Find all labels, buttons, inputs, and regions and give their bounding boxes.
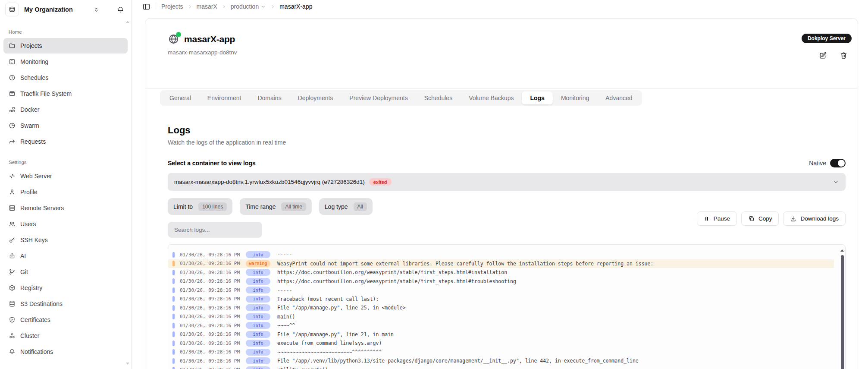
log-row: 01/30/26, 09:28:16 PM info ~~~~~~~~~~~~~…	[168, 348, 834, 357]
sidebar-item-label: Certificates	[20, 316, 50, 323]
app-root: My Organization Home Projects Monitoring…	[0, 0, 868, 369]
limit-filter-button[interactable]: Limit to 100 lines	[168, 198, 232, 215]
filter-value-chip: All	[354, 202, 367, 211]
sidebar-item-s3-destinations[interactable]: S3 Destinations	[3, 296, 128, 312]
sidebar-item-cluster[interactable]: Cluster	[3, 328, 128, 344]
tab-volume-backups[interactable]: Volume Backups	[461, 91, 522, 104]
sidebar-item-schedules[interactable]: Schedules	[3, 70, 128, 85]
dokploy-logo-icon	[8, 6, 16, 13]
log-scrollbar[interactable]	[841, 255, 844, 369]
log-level-badge: warning	[246, 260, 270, 267]
edit-app-button[interactable]	[819, 51, 827, 60]
org-name: My Organization	[24, 6, 73, 13]
breadcrumb-project[interactable]: masarX	[197, 3, 217, 10]
breadcrumb-projects[interactable]: Projects	[161, 3, 183, 10]
tab-domains[interactable]: Domains	[249, 91, 289, 104]
card-header: masarX-app masarx-masarxapp-do8tnv Dokpl…	[145, 19, 858, 89]
sidebar-item-users[interactable]: Users	[3, 216, 128, 232]
tab-advanced[interactable]: Advanced	[597, 91, 640, 104]
sidebar-scroll-down-arrow[interactable]	[126, 363, 129, 365]
sidebar-item-monitoring[interactable]: Monitoring	[3, 54, 128, 69]
sidebar-scroll-up-arrow[interactable]	[126, 21, 129, 23]
server-icon	[9, 205, 16, 211]
filter-label: Log type	[325, 203, 348, 210]
log-level-bar	[172, 341, 175, 346]
users-icon	[9, 221, 16, 227]
tab-schedules[interactable]: Schedules	[416, 91, 461, 104]
filter-value-chip: All time	[281, 202, 306, 211]
log-level-badge: info	[246, 331, 270, 338]
sidebar-toggle-button[interactable]	[142, 3, 150, 11]
log-message: -----	[277, 287, 292, 293]
log-row: 01/30/26, 09:28:16 PM info -----	[168, 250, 834, 259]
sidebar-item-git[interactable]: Git	[3, 264, 128, 280]
sidebar-item-web-server[interactable]: Web Server	[3, 168, 128, 184]
container-status-badge: exited	[369, 178, 392, 186]
sidebar-item-certificates[interactable]: Certificates	[3, 312, 128, 328]
org-selector[interactable]: My Organization	[0, 0, 131, 19]
notifications-bell-button[interactable]	[117, 6, 124, 13]
sidebar-item-swarm[interactable]: Swarm	[3, 118, 128, 133]
tab-deployments[interactable]: Deployments	[290, 91, 342, 104]
sidebar: My Organization Home Projects Monitoring…	[0, 0, 132, 369]
bell-icon	[9, 348, 16, 355]
org-logo	[5, 3, 19, 16]
sidebar-item-notifications[interactable]: Notifications	[3, 344, 128, 360]
tab-general[interactable]: General	[161, 91, 199, 104]
log-level-badge: info	[246, 296, 270, 303]
monitoring-icon	[9, 58, 16, 65]
time-range-filter-button[interactable]: Time range All time	[240, 198, 312, 215]
log-row: 01/30/26, 09:28:16 PM info -----	[168, 286, 834, 295]
sidebar-item-registry[interactable]: Registry	[3, 280, 128, 296]
sidebar-item-label: Projects	[20, 42, 42, 49]
log-level-bar	[172, 314, 175, 319]
sidebar-item-ai[interactable]: AI	[3, 248, 128, 264]
tab-preview-deployments[interactable]: Preview Deployments	[341, 91, 416, 104]
copy-logs-button[interactable]: Copy	[741, 211, 779, 226]
sidebar-item-profile[interactable]: Profile	[3, 184, 128, 200]
log-message: File "/app/manage.py", line 21, in main	[277, 331, 394, 337]
log-row: 01/30/26, 09:28:16 PM info File "/app/.v…	[168, 356, 834, 366]
log-level-badge: info	[246, 313, 270, 320]
sidebar-section-settings: Settings	[9, 160, 128, 165]
log-row: 01/30/26, 09:28:16 PM info ~~~~^^	[168, 321, 834, 330]
log-level-bar	[172, 305, 175, 311]
log-level-bar	[172, 296, 175, 302]
log-message: -----	[277, 252, 292, 258]
main-area: Projects masarX production masarX-app	[132, 0, 868, 369]
chevrons-up-down-icon[interactable]	[93, 6, 100, 13]
log-level-bar	[172, 261, 175, 266]
sidebar-item-ssh-keys[interactable]: SSH Keys	[3, 232, 128, 248]
tab-monitoring[interactable]: Monitoring	[553, 91, 597, 104]
sidebar-item-label: Users	[20, 221, 36, 227]
blocks-icon	[9, 106, 16, 113]
edit-pencil-icon	[819, 51, 827, 60]
container-select[interactable]: masarx-masarxapp-do8tnv.1.yrwlux5xkuzb01…	[168, 173, 846, 191]
tab-logs[interactable]: Logs	[522, 91, 552, 104]
log-message: https://doc.courtbouillon.org/weasyprint…	[277, 278, 516, 284]
chevron-right-icon	[221, 4, 227, 9]
app-subtitle: masarx-masarxapp-do8tnv	[168, 49, 237, 56]
download-logs-button[interactable]: Download logs	[783, 211, 846, 226]
sidebar-item-docker[interactable]: Docker	[3, 102, 128, 117]
sidebar-item-label: Docker	[20, 106, 39, 113]
sidebar-item-traefik-file-system[interactable]: Traefik File System	[3, 86, 128, 101]
tab-environment[interactable]: Environment	[199, 91, 250, 104]
sidebar-item-requests[interactable]: Requests	[3, 134, 128, 149]
user-icon	[9, 189, 16, 196]
topbar: Projects masarX production masarX-app	[132, 0, 868, 13]
sidebar-item-remote-servers[interactable]: Remote Servers	[3, 200, 128, 216]
sidebar-item-label: SSH Keys	[20, 237, 48, 243]
breadcrumb-environment-dropdown[interactable]: production	[231, 3, 266, 10]
log-level-bar	[172, 287, 175, 293]
log-level-badge: info	[246, 340, 270, 347]
log-scrollbar-up-arrow[interactable]	[840, 249, 844, 252]
native-toggle-switch[interactable]	[830, 159, 846, 167]
log-timestamp: 01/30/26, 09:28:16 PM	[180, 278, 246, 284]
delete-app-button[interactable]	[840, 51, 848, 60]
search-logs-input[interactable]	[168, 222, 262, 238]
log-message: main()	[277, 314, 295, 320]
sidebar-item-projects[interactable]: Projects	[3, 38, 128, 54]
pause-logs-button[interactable]: Pause	[697, 211, 737, 226]
log-type-filter-button[interactable]: Log type All	[319, 198, 373, 215]
